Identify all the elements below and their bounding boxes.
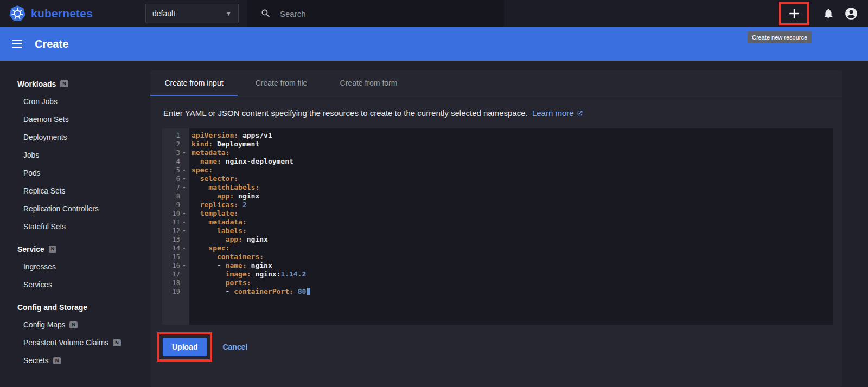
code-line[interactable]: metadata: bbox=[192, 218, 833, 227]
sidebar-item-replication-controllers[interactable]: Replication Controllers bbox=[0, 200, 150, 218]
sidebar-item-label: Replica Sets bbox=[23, 187, 65, 195]
sidebar-item-label: Cron Jobs bbox=[23, 98, 58, 106]
create-new-resource-button[interactable] bbox=[787, 7, 801, 21]
sidebar-item-services[interactable]: Services bbox=[0, 276, 150, 294]
notifications-button[interactable] bbox=[822, 8, 834, 20]
namespace-value: default bbox=[152, 9, 175, 18]
tab-create-from-file[interactable]: Create from file bbox=[238, 70, 325, 96]
line-number: 4 bbox=[162, 157, 189, 166]
fold-arrow-icon[interactable]: ▾ bbox=[180, 263, 188, 268]
fold-arrow-icon[interactable]: ▾ bbox=[180, 246, 188, 251]
sidebar-item-label: Replication Controllers bbox=[23, 205, 99, 213]
line-number: 9 bbox=[162, 201, 189, 209]
sidebar-item-replica-sets[interactable]: Replica Sets bbox=[0, 182, 150, 200]
tab-create-from-form[interactable]: Create from form bbox=[325, 70, 412, 96]
line-number: 15 bbox=[162, 253, 189, 261]
sidebar-item-secrets[interactable]: SecretsN bbox=[0, 352, 150, 370]
description: Enter YAML or JSON content specifying th… bbox=[150, 96, 842, 128]
sidebar-item-ingresses[interactable]: Ingresses bbox=[0, 258, 150, 276]
sidebar-item-label: Daemon Sets bbox=[23, 115, 69, 124]
code-line[interactable]: image: nginx:1.14.2 bbox=[192, 270, 833, 279]
brand[interactable]: kubernetes bbox=[9, 5, 145, 22]
code-line[interactable]: spec: bbox=[192, 244, 833, 253]
namespaced-badge: N bbox=[113, 339, 121, 346]
fold-arrow-icon[interactable]: ▾ bbox=[180, 176, 188, 182]
line-number: 13 bbox=[162, 235, 189, 244]
code-line[interactable]: metadata: bbox=[192, 149, 833, 157]
sidebar-item-daemon-sets[interactable]: Daemon Sets bbox=[0, 111, 150, 128]
search-bar[interactable] bbox=[247, 0, 504, 27]
sidebar-item-label: Services bbox=[23, 281, 52, 289]
line-number: 18 bbox=[162, 279, 189, 287]
line-number: 12▾ bbox=[162, 227, 189, 235]
annotation-box-upload: Upload bbox=[157, 332, 212, 362]
create-card: Create from inputCreate from fileCreate … bbox=[150, 70, 842, 387]
code-line[interactable]: app: nginx bbox=[192, 235, 833, 244]
code-line[interactable]: - containerPort: 80 bbox=[192, 287, 833, 296]
chevron-down-icon: ▼ bbox=[226, 10, 232, 17]
sidebar-item-stateful-sets[interactable]: Stateful Sets bbox=[0, 218, 150, 236]
kubernetes-dashboard: kubernetes default ▼ bbox=[0, 0, 868, 387]
line-number: 1 bbox=[162, 131, 189, 140]
code-line[interactable]: spec: bbox=[192, 166, 833, 175]
external-link-icon bbox=[576, 110, 583, 117]
line-number: 3▾ bbox=[162, 149, 189, 157]
search-input[interactable] bbox=[280, 9, 475, 18]
line-number: 2 bbox=[162, 140, 189, 149]
sidebar-item-label: Stateful Sets bbox=[23, 223, 66, 231]
text-cursor bbox=[307, 288, 310, 295]
line-number: 16▾ bbox=[162, 261, 189, 270]
line-number: 7▾ bbox=[162, 183, 189, 192]
upload-button[interactable]: Upload bbox=[163, 338, 207, 356]
sidebar-item-config-maps[interactable]: Config MapsN bbox=[0, 316, 150, 334]
code-line[interactable]: ports: bbox=[192, 279, 833, 287]
account-button[interactable] bbox=[844, 7, 858, 21]
page-title: Create bbox=[35, 38, 68, 50]
namespaced-badge: N bbox=[53, 357, 61, 364]
editor-code[interactable]: apiVersion: apps/v1kind: Deploymentmetad… bbox=[189, 128, 833, 325]
cancel-button[interactable]: Cancel bbox=[222, 343, 247, 351]
code-line[interactable]: name: nginx-deployment bbox=[192, 157, 833, 166]
code-line[interactable]: matchLabels: bbox=[192, 183, 833, 192]
sidebar-item-label: Config Maps bbox=[23, 321, 65, 329]
search-icon bbox=[260, 8, 271, 19]
code-line[interactable]: app: nginx bbox=[192, 192, 833, 201]
code-line[interactable]: labels: bbox=[192, 227, 833, 235]
sidebar-item-jobs[interactable]: Jobs bbox=[0, 146, 150, 164]
code-line[interactable]: selector: bbox=[192, 175, 833, 183]
fold-arrow-icon[interactable]: ▾ bbox=[180, 167, 188, 173]
fold-arrow-icon[interactable]: ▾ bbox=[180, 220, 188, 225]
code-line[interactable]: kind: Deployment bbox=[192, 140, 833, 149]
namespace-selector[interactable]: default ▼ bbox=[145, 4, 239, 23]
fold-arrow-icon[interactable]: ▾ bbox=[180, 228, 188, 234]
top-header: kubernetes default ▼ bbox=[0, 0, 868, 27]
namespaced-badge: N bbox=[60, 80, 68, 87]
tab-bar: Create from inputCreate from fileCreate … bbox=[150, 70, 842, 96]
hamburger-icon bbox=[11, 37, 24, 50]
code-line[interactable]: replicas: 2 bbox=[192, 201, 833, 209]
code-line[interactable]: template: bbox=[192, 209, 833, 218]
sidebar-section-config-and-storage: Config and Storage bbox=[0, 298, 150, 316]
sidebar-item-deployments[interactable]: Deployments bbox=[0, 128, 150, 146]
code-line[interactable]: - name: nginx bbox=[192, 261, 833, 270]
sidebar-item-cron-jobs[interactable]: Cron Jobs bbox=[0, 93, 150, 111]
menu-button[interactable] bbox=[11, 37, 24, 50]
learn-more-link[interactable]: Learn more bbox=[532, 108, 583, 118]
sidebar-item-persistent-volume-claims[interactable]: Persistent Volume ClaimsN bbox=[0, 334, 150, 352]
code-line[interactable]: apiVersion: apps/v1 bbox=[192, 131, 833, 140]
namespaced-badge: N bbox=[69, 321, 78, 328]
kubernetes-logo-icon bbox=[9, 5, 26, 22]
fold-arrow-icon[interactable]: ▾ bbox=[180, 211, 188, 216]
section-label: Service bbox=[17, 245, 44, 254]
line-number: 6▾ bbox=[162, 175, 189, 183]
fold-arrow-icon[interactable]: ▾ bbox=[180, 150, 188, 156]
yaml-editor[interactable]: 123▾45▾6▾7▾8910▾11▾12▾1314▾1516▾171819 a… bbox=[162, 128, 833, 325]
fold-arrow-icon[interactable]: ▾ bbox=[180, 185, 188, 190]
tab-create-from-input[interactable]: Create from input bbox=[150, 70, 238, 96]
line-number: 10▾ bbox=[162, 209, 189, 218]
sidebar-item-label: Secrets bbox=[23, 357, 49, 365]
code-line[interactable]: containers: bbox=[192, 253, 833, 261]
sidebar-item-pods[interactable]: Pods bbox=[0, 164, 150, 182]
section-label: Workloads bbox=[17, 80, 56, 88]
header-actions bbox=[779, 2, 860, 25]
